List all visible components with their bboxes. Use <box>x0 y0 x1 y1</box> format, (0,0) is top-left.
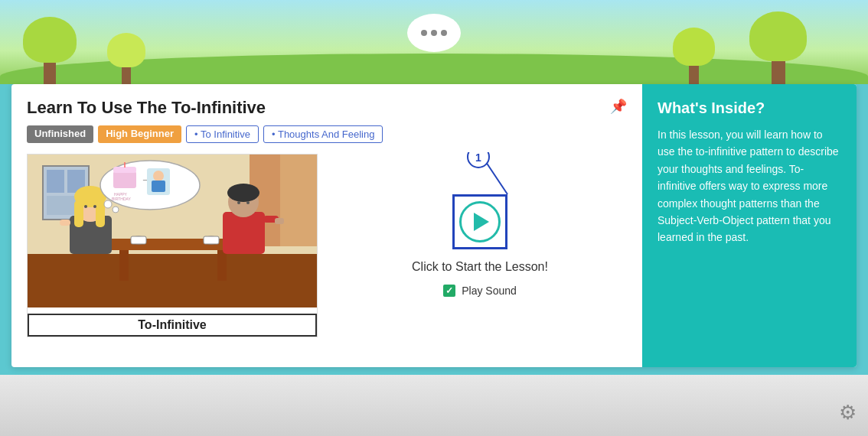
tag-to-infinitive[interactable]: To Infinitive <box>186 125 259 143</box>
start-lesson-text: Click to Start the Lesson! <box>412 260 548 274</box>
tree-2 <box>107 33 145 84</box>
tree-3 <box>749 11 807 84</box>
lesson-card: Learn To Use The To-Infinitive 📌 Unfinis… <box>11 84 857 367</box>
background-scene <box>0 0 868 84</box>
svg-point-38 <box>227 184 259 202</box>
dot-1 <box>421 30 427 36</box>
play-sound-label: Play Sound <box>462 285 517 297</box>
svg-line-43 <box>485 160 507 194</box>
svg-rect-15 <box>204 236 219 244</box>
whats-inside-title: What's Inside? <box>658 99 841 117</box>
svg-rect-11 <box>217 250 227 281</box>
svg-point-22 <box>93 205 96 208</box>
svg-rect-3 <box>47 170 64 193</box>
play-button-outer[interactable] <box>452 194 507 249</box>
play-button-inner[interactable] <box>459 201 501 242</box>
background-bottom <box>0 375 868 436</box>
svg-rect-10 <box>119 250 129 281</box>
svg-rect-27 <box>113 171 136 188</box>
gear-icon[interactable]: ⚙ <box>839 401 857 425</box>
dot-2 <box>431 30 437 36</box>
tags-row: Unfinished High Beginner To Infinitive T… <box>27 125 627 143</box>
whats-inside-text: In this lesson, you will learn how to us… <box>658 126 841 246</box>
comic-svg: → HAPPY BIRTHDAY <box>28 155 318 307</box>
svg-rect-36 <box>223 212 265 254</box>
card-left: Learn To Use The To-Infinitive 📌 Unfinis… <box>11 84 642 367</box>
svg-point-32 <box>153 171 164 181</box>
play-triangle-icon <box>474 213 489 231</box>
play-sound-checkbox[interactable]: ✓ <box>443 285 455 297</box>
speech-bubble <box>407 14 461 52</box>
svg-rect-28 <box>113 167 136 173</box>
tree-4 <box>673 28 715 84</box>
checkmark-icon: ✓ <box>445 285 453 296</box>
lesson-center: 1 Click to Start the Lesson! ✓ Play Soun… <box>333 154 627 337</box>
svg-rect-8 <box>28 254 318 307</box>
svg-point-26 <box>113 207 119 213</box>
card-body: → HAPPY BIRTHDAY <box>27 154 627 337</box>
svg-point-39 <box>237 201 240 204</box>
image-caption: To-Infinitive <box>28 314 317 337</box>
svg-rect-33 <box>152 181 165 192</box>
tree-1 <box>23 17 77 84</box>
svg-rect-7 <box>280 155 318 246</box>
pin-icon[interactable]: 📌 <box>610 98 627 115</box>
svg-text:BIRTHDAY: BIRTHDAY <box>112 197 131 201</box>
svg-rect-9 <box>104 239 242 250</box>
svg-point-21 <box>84 205 87 208</box>
play-button-wrapper: 1 <box>452 194 507 249</box>
svg-rect-42 <box>275 218 284 224</box>
card-right: What's Inside? In this lesson, you will … <box>642 84 857 367</box>
svg-point-40 <box>246 201 250 204</box>
svg-rect-19 <box>74 200 83 227</box>
svg-rect-13 <box>131 236 146 244</box>
lesson-image: → HAPPY BIRTHDAY <box>27 154 318 337</box>
svg-point-25 <box>104 200 112 208</box>
tag-unfinished[interactable]: Unfinished <box>27 125 93 143</box>
annotation-svg: 1 <box>462 152 523 198</box>
play-sound-row: ✓ Play Sound <box>443 285 517 297</box>
svg-rect-23 <box>60 220 70 226</box>
svg-text:1: 1 <box>475 152 481 164</box>
dot-3 <box>441 30 447 36</box>
tag-beginner[interactable]: High Beginner <box>98 125 181 143</box>
svg-rect-20 <box>96 200 105 227</box>
tag-thoughts[interactable]: Thoughts And Feeling <box>263 125 383 143</box>
card-title: Learn To Use The To-Infinitive <box>27 98 627 118</box>
